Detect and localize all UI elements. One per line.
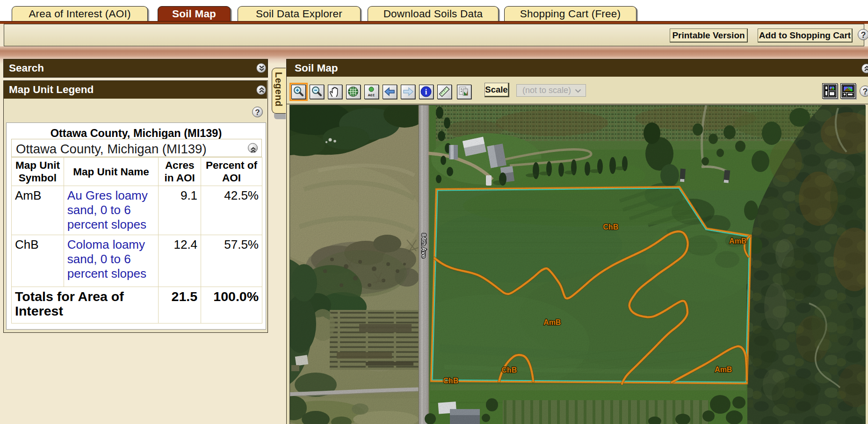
svg-text:AOI: AOI bbox=[368, 93, 375, 97]
svg-text:i: i bbox=[425, 88, 427, 96]
